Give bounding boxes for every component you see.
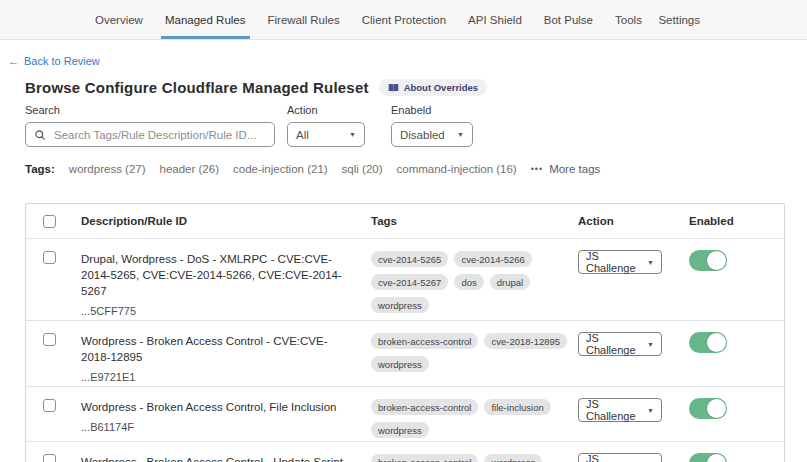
row-action-select[interactable]: JS Challenge▼	[578, 398, 662, 422]
more-tags-button[interactable]: ••• More tags	[531, 163, 601, 175]
ellipsis-icon: •••	[531, 164, 543, 174]
rule-description: Wordpress - Broken Access Control - Upda…	[81, 451, 353, 462]
tab-settings[interactable]: Settings	[658, 0, 700, 39]
tag-pill-list: cve-2014-5265cve-2014-5266cve-2014-5267d…	[371, 248, 578, 313]
chevron-down-icon: ▼	[457, 131, 464, 138]
enabled-toggle[interactable]	[689, 250, 727, 271]
table-row: Wordpress - Broken Access Control - Upda…	[26, 441, 784, 462]
tag-pill: wordpress	[371, 422, 429, 438]
tag-pill: file-inclusion	[484, 399, 550, 415]
search-icon	[34, 129, 46, 141]
tag-filter-item[interactable]: wordpress (27)	[69, 163, 146, 175]
table-row: Wordpress - Broken Access Control, File …	[26, 386, 784, 441]
tag-pill: cve-2014-5266	[454, 251, 531, 267]
tag-filter-item[interactable]: command-injection (16)	[397, 163, 517, 175]
row-action-select[interactable]: JS Challenge▼	[578, 250, 662, 274]
rule-description: Drupal, Wordpress - DoS - XMLRPC - CVE:C…	[81, 248, 353, 299]
about-overrides-badge[interactable]: About Overrides	[379, 79, 487, 96]
tab-firewall-rules[interactable]: Firewall Rules	[268, 0, 340, 39]
tag-filter-item[interactable]: header (26)	[160, 163, 219, 175]
table-row: Wordpress - Broken Access Control - CVE:…	[26, 320, 784, 386]
tag-pill-list: broken-access-controlfile-inclusionwordp…	[371, 396, 578, 438]
rule-id: ...5CFF775	[81, 305, 353, 317]
enabled-filter-value: Disabled	[400, 129, 445, 141]
enabled-toggle[interactable]	[689, 398, 727, 419]
search-label: Search	[25, 104, 275, 116]
enabled-filter-label: Enabeld	[391, 104, 473, 116]
tags-bar-label: Tags:	[25, 163, 55, 175]
row-checkbox[interactable]	[43, 454, 56, 462]
row-action-select[interactable]: JS Challenge▼	[578, 332, 662, 356]
tags-bar: Tags: wordpress (27)header (26)code-inje…	[25, 163, 785, 175]
about-overrides-label: About Overrides	[404, 82, 478, 93]
enabled-filter-select[interactable]: Disabled ▼	[391, 122, 473, 147]
book-icon	[388, 83, 399, 93]
tab-bot-pulse[interactable]: Bot Pulse	[544, 0, 593, 39]
tag-pill: drupal	[490, 274, 530, 290]
tab-managed-rules[interactable]: Managed Rules	[165, 0, 246, 39]
tab-client-protection[interactable]: Client Protection	[362, 0, 446, 39]
tab-tools[interactable]: Tools	[615, 0, 642, 39]
tab-overview[interactable]: Overview	[95, 0, 143, 39]
tag-filter-item[interactable]: code-injection (21)	[233, 163, 328, 175]
tag-pill: dos	[454, 274, 483, 290]
row-checkbox[interactable]	[43, 251, 56, 264]
row-checkbox[interactable]	[43, 333, 56, 346]
nav-tabs: OverviewManaged RulesFirewall RulesClien…	[95, 0, 642, 39]
main-content: Browse Configure Cloudflare Managed Rule…	[0, 79, 807, 462]
col-header-description: Description/Rule ID	[81, 215, 371, 227]
tag-pill: broken-access-control	[371, 333, 478, 349]
table-header-row: Description/Rule ID Tags Action Enabled	[26, 204, 784, 238]
rules-table: Description/Rule ID Tags Action Enabled …	[25, 203, 785, 462]
enabled-toggle[interactable]	[689, 453, 727, 462]
enabled-toggle[interactable]	[689, 332, 727, 353]
search-group: Search	[25, 104, 275, 147]
action-filter-value: All	[296, 129, 309, 141]
tag-pill: cve-2014-5267	[371, 274, 448, 290]
tag-filter-list: wordpress (27)header (26)code-injection …	[69, 163, 517, 175]
arrow-left-icon: ←	[8, 55, 19, 67]
page-title: Browse Configure Cloudflare Managed Rule…	[25, 79, 369, 96]
row-action-select[interactable]: JS Challenge▼	[578, 453, 662, 462]
tag-pill-list: broken-access-controlcve-2018-12895wordp…	[371, 330, 578, 372]
col-header-enabled: Enabled	[689, 215, 784, 227]
rule-description: Wordpress - Broken Access Control, File …	[81, 396, 353, 415]
row-checkbox[interactable]	[43, 399, 56, 412]
row-action-value: JS Challenge	[586, 398, 641, 422]
col-header-tags: Tags	[371, 215, 578, 227]
top-nav: OverviewManaged RulesFirewall RulesClien…	[0, 0, 807, 40]
chevron-down-icon: ▼	[647, 341, 654, 348]
tag-pill: wordpress	[371, 297, 429, 313]
action-filter-label: Action	[287, 104, 365, 116]
more-tags-label: More tags	[549, 163, 600, 175]
rule-description: Wordpress - Broken Access Control - CVE:…	[81, 330, 353, 365]
search-box[interactable]	[25, 122, 275, 147]
search-input[interactable]	[52, 128, 266, 142]
action-filter-group: Action All ▼	[287, 104, 365, 147]
select-all-checkbox[interactable]	[43, 215, 56, 228]
tag-pill: cve-2014-5265	[371, 251, 448, 267]
chevron-down-icon: ▼	[349, 131, 356, 138]
action-filter-select[interactable]: All ▼	[287, 122, 365, 147]
table-body: Drupal, Wordpress - DoS - XMLRPC - CVE:C…	[26, 238, 784, 462]
row-action-value: JS Challenge	[586, 250, 641, 274]
enabled-filter-group: Enabeld Disabled ▼	[391, 104, 473, 147]
tab-api-shield[interactable]: API Shield	[468, 0, 522, 39]
filter-bar: Search Action All ▼ Enabeld Disabled ▼	[25, 104, 785, 147]
rule-id: ...E9721E1	[81, 371, 353, 383]
chevron-down-icon: ▼	[647, 407, 654, 414]
row-action-value: JS Challenge	[586, 332, 641, 356]
tag-pill: cve-2018-12895	[484, 333, 567, 349]
table-row: Drupal, Wordpress - DoS - XMLRPC - CVE:C…	[26, 238, 784, 320]
row-action-value: JS Challenge	[586, 453, 641, 462]
col-header-action: Action	[578, 215, 689, 227]
back-link-label: Back to Review	[24, 55, 100, 67]
tag-pill: wordpress	[484, 454, 542, 462]
tag-filter-item[interactable]: sqli (20)	[342, 163, 383, 175]
back-link[interactable]: ← Back to Review	[8, 55, 100, 67]
rule-id: ...B61174F	[81, 421, 353, 433]
tag-pill: broken-access-control	[371, 399, 478, 415]
chevron-down-icon: ▼	[647, 259, 654, 266]
tag-pill-list: broken-access-controlwordpress	[371, 451, 578, 462]
tag-pill: broken-access-control	[371, 454, 478, 462]
